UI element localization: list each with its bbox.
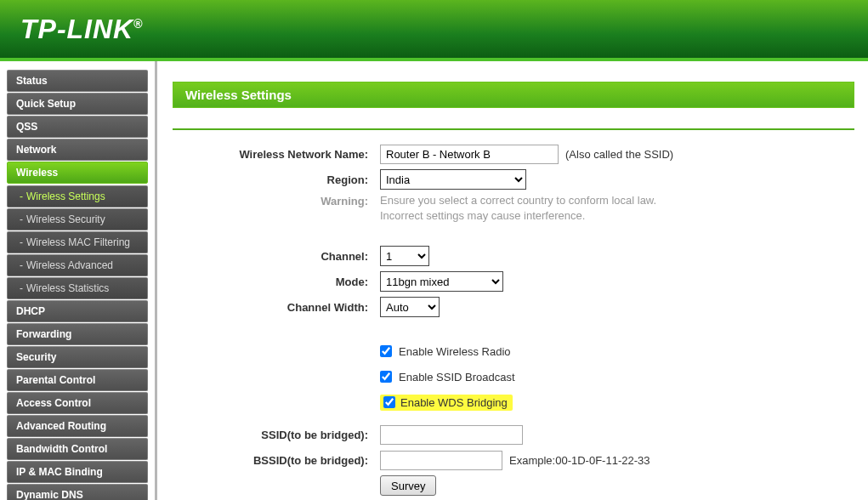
- sidebar-subitem-wireless-mac-filtering[interactable]: -Wireless MAC Filtering: [7, 231, 148, 253]
- wds-highlight: Enable WDS Bridging: [380, 395, 513, 411]
- sidebar-item-label: Access Control: [16, 397, 91, 409]
- row-enable-broadcast: Enable SSID Broadcast: [173, 365, 854, 389]
- region-select[interactable]: India: [380, 169, 526, 190]
- sidebar-item-label: IP & MAC Binding: [16, 466, 103, 478]
- row-bridge-bssid: BSSID(to be bridged): Example:00-1D-0F-1…: [173, 448, 854, 472]
- mode-label: Mode:: [173, 276, 380, 288]
- page-title: Wireless Settings: [173, 82, 854, 108]
- ssid-aside: (Also called the SSID): [565, 148, 673, 161]
- row-enable-radio: Enable Wireless Radio: [173, 339, 854, 363]
- ssid-label: Wireless Network Name:: [173, 148, 380, 161]
- sidebar-subitem-wireless-security[interactable]: -Wireless Security: [7, 208, 148, 230]
- content-area: Wireless Settings Wireless Network Name:…: [155, 61, 868, 500]
- sidebar-item-label: Wireless: [16, 167, 58, 179]
- sidebar-subitem-wireless-advanced[interactable]: -Wireless Advanced: [7, 254, 148, 276]
- bridge-ssid-label: SSID(to be bridged):: [173, 429, 380, 441]
- row-bridge-ssid: SSID(to be bridged):: [173, 423, 854, 446]
- sidebar-item-label: Wireless MAC Filtering: [26, 236, 130, 248]
- sidebar-item-security[interactable]: Security: [7, 346, 148, 368]
- sidebar-item-label: Wireless Security: [26, 213, 105, 225]
- wireless-settings-form: Wireless Network Name: (Also called the …: [173, 134, 854, 500]
- ssid-input[interactable]: [380, 145, 559, 164]
- brand-logo: TP-LINK®: [20, 14, 144, 45]
- sidebar-item-wireless[interactable]: Wireless: [7, 162, 148, 184]
- sidebar-item-label: Quick Setup: [16, 98, 76, 110]
- row-channel: Channel: 1: [173, 244, 854, 268]
- sidebar-item-parental-control[interactable]: Parental Control: [7, 369, 148, 391]
- sidebar-item-access-control[interactable]: Access Control: [7, 392, 148, 414]
- sidebar-item-label: DHCP: [16, 305, 45, 317]
- sidebar-item-qss[interactable]: QSS: [7, 116, 148, 138]
- header: TP-LINK®: [0, 0, 868, 61]
- channel-width-label: Channel Width:: [173, 301, 380, 314]
- sidebar-item-dhcp[interactable]: DHCP: [7, 300, 148, 322]
- sidebar-item-label: Dynamic DNS: [16, 489, 83, 500]
- warning-label: Warning:: [173, 193, 380, 207]
- sidebar-item-label: Status: [16, 75, 48, 87]
- sidebar-subitem-wireless-statistics[interactable]: -Wireless Statistics: [7, 277, 148, 299]
- region-label: Region:: [173, 173, 380, 186]
- sidebar-item-quick-setup[interactable]: Quick Setup: [7, 93, 148, 115]
- enable-radio-checkbox[interactable]: [380, 345, 392, 357]
- sidebar-item-label: Wireless Settings: [26, 190, 105, 202]
- survey-button[interactable]: Survey: [380, 475, 436, 496]
- channel-label: Channel:: [173, 250, 380, 263]
- channel-select[interactable]: 1: [380, 246, 429, 266]
- sidebar-item-label: Forwarding: [16, 328, 71, 340]
- sidebar-item-label: Wireless Statistics: [26, 282, 109, 294]
- sidebar-item-bandwidth-control[interactable]: Bandwidth Control: [7, 438, 148, 460]
- divider: [173, 128, 854, 130]
- sidebar-item-label: Wireless Advanced: [26, 259, 113, 271]
- enable-wds-checkbox[interactable]: [383, 396, 395, 408]
- row-mode: Mode: 11bgn mixed: [173, 270, 854, 293]
- warning-line1: Ensure you select a correct country to c…: [380, 193, 656, 208]
- mode-select[interactable]: 11bgn mixed: [380, 271, 503, 292]
- sidebar-item-status[interactable]: Status: [7, 70, 148, 92]
- row-survey: Survey: [173, 474, 854, 497]
- brand-name: TP-LINK: [20, 14, 133, 44]
- row-warning: Warning: Ensure you select a correct cou…: [173, 193, 854, 224]
- sidebar-item-label: QSS: [16, 121, 37, 133]
- bridge-bssid-input[interactable]: [380, 451, 502, 470]
- row-ssid: Wireless Network Name: (Also called the …: [173, 142, 854, 166]
- sidebar-item-label: Advanced Routing: [16, 420, 106, 432]
- sidebar-item-forwarding[interactable]: Forwarding: [7, 323, 148, 345]
- bridge-ssid-input[interactable]: [380, 425, 523, 445]
- bridge-bssid-label: BSSID(to be bridged):: [173, 454, 380, 467]
- channel-width-select[interactable]: Auto: [380, 297, 440, 317]
- bridge-bssid-example: Example:00-1D-0F-11-22-33: [509, 454, 650, 467]
- enable-broadcast-checkbox[interactable]: [380, 371, 392, 383]
- sidebar-item-label: Bandwidth Control: [16, 443, 107, 455]
- main-layout: Status Quick Setup QSS Network Wireless …: [0, 61, 868, 500]
- enable-radio-label: Enable Wireless Radio: [399, 345, 511, 358]
- row-region: Region: India: [173, 168, 854, 191]
- sidebar-item-network[interactable]: Network: [7, 139, 148, 161]
- warning-line2: Incorrect settings may cause interferenc…: [380, 208, 656, 224]
- enable-wds-label: Enable WDS Bridging: [400, 396, 508, 409]
- sidebar-item-label: Parental Control: [16, 374, 95, 386]
- sidebar-subitem-wireless-settings[interactable]: -Wireless Settings: [7, 185, 148, 207]
- sidebar-menu: Status Quick Setup QSS Network Wireless …: [7, 70, 148, 500]
- sidebar-item-ip-mac-binding[interactable]: IP & MAC Binding: [7, 461, 148, 483]
- row-enable-wds: Enable WDS Bridging: [173, 390, 854, 414]
- sidebar-item-advanced-routing[interactable]: Advanced Routing: [7, 415, 148, 437]
- brand-reg: ®: [133, 17, 143, 31]
- sidebar-item-dynamic-dns[interactable]: Dynamic DNS: [7, 484, 148, 500]
- sidebar-item-label: Security: [16, 351, 56, 363]
- enable-broadcast-label: Enable SSID Broadcast: [399, 371, 515, 384]
- row-channel-width: Channel Width: Auto: [173, 295, 854, 319]
- sidebar: Status Quick Setup QSS Network Wireless …: [0, 61, 155, 500]
- sidebar-item-label: Network: [16, 144, 56, 156]
- sidebar-submenu-wireless: -Wireless Settings -Wireless Security -W…: [7, 185, 148, 299]
